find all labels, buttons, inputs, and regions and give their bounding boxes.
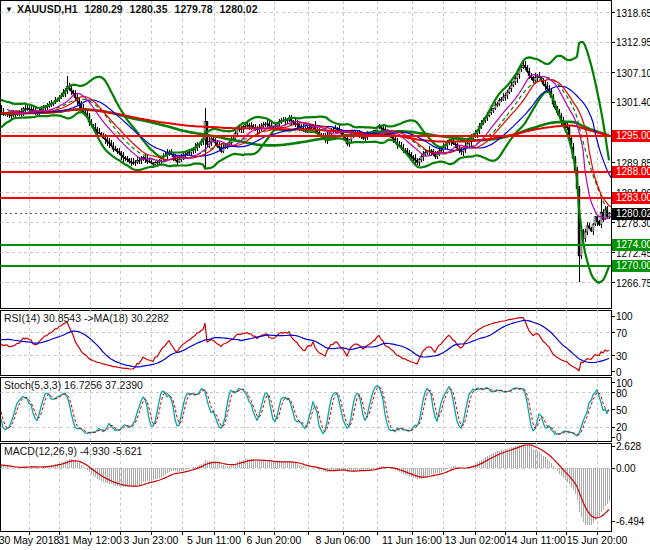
chart-canvas[interactable] [0, 0, 650, 550]
panel-splitter-rsi[interactable] [0, 306, 612, 310]
panel-splitter-macd[interactable] [0, 440, 612, 444]
trading-chart-window: ▼XAUUSD,H11280.291280.351279.781280.02 R… [0, 0, 650, 550]
panel-splitter-stoch[interactable] [0, 374, 612, 378]
